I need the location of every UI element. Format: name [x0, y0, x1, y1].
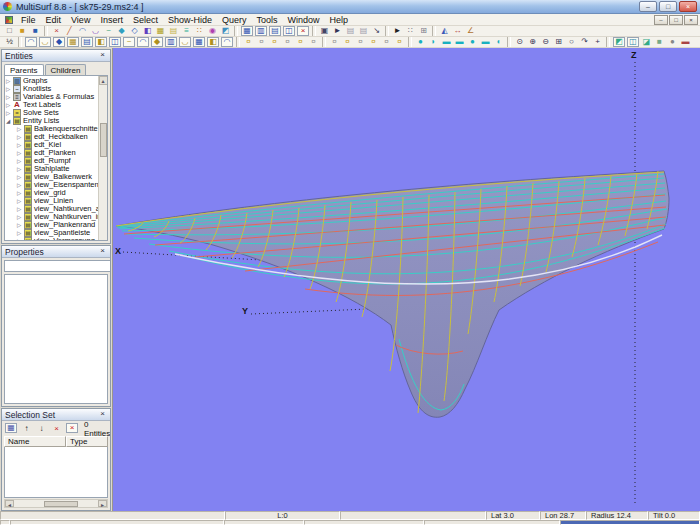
open-file-icon[interactable]: ■ — [16, 26, 29, 37]
menu-edit[interactable]: Edit — [41, 15, 67, 25]
menu-show-hide[interactable]: Show-Hide — [163, 15, 217, 25]
menu-file[interactable]: File — [16, 15, 41, 25]
tree-expander-icon[interactable]: ▷ — [17, 197, 24, 205]
tree-expander-icon[interactable]: ▷ — [17, 213, 24, 221]
insert-bcurve-icon[interactable]: ◡ — [89, 26, 102, 37]
menu-select[interactable]: Select — [128, 15, 163, 25]
insert-snake-icon[interactable]: ~ — [102, 26, 115, 37]
blend-tool-icon[interactable]: ◆ — [151, 37, 163, 47]
insert-solid-icon[interactable]: ◧ — [141, 26, 154, 37]
selection-grid-view-icon[interactable]: ▦ — [5, 423, 17, 433]
select-lasso-icon[interactable]: ↘ — [370, 26, 383, 37]
split-tool-icon[interactable]: ◧ — [207, 37, 219, 47]
tree-expander-icon[interactable]: ▷ — [6, 93, 13, 101]
fair-tool-icon[interactable]: ~ — [123, 37, 135, 47]
window-close-view-icon[interactable]: × — [297, 26, 309, 36]
tab-children[interactable]: Children — [45, 64, 87, 75]
show-points-icon[interactable]: ¤ — [242, 37, 255, 48]
hull-model-canvas[interactable] — [113, 48, 700, 511]
zoom-out-icon[interactable]: ⊖ — [539, 37, 552, 48]
window-3d-view-icon[interactable]: ◫ — [283, 26, 295, 36]
texture-mode-icon[interactable]: ■ — [653, 37, 666, 48]
selection-clear-icon[interactable]: × — [66, 423, 78, 433]
tree-expander-icon[interactable]: ▷ — [6, 101, 13, 109]
show-selected-icon[interactable]: ¤ — [294, 37, 307, 48]
display-flat-icon[interactable]: ▬ — [440, 37, 453, 48]
menu-insert[interactable]: Insert — [95, 15, 128, 25]
tree-expander-icon[interactable]: ▷ — [17, 229, 24, 237]
select-all-icon[interactable]: ▣ — [318, 26, 331, 37]
snap-mode-icon[interactable]: ⊞ — [417, 26, 430, 37]
show-surfaces-icon[interactable]: ¤ — [268, 37, 281, 48]
arc-tool-icon[interactable]: ◠ — [137, 37, 149, 47]
entities-tree-scrollbar[interactable]: ▴ — [98, 76, 107, 240]
select-pointer-icon[interactable]: ► — [331, 26, 344, 37]
zoom-fit-icon[interactable]: ○ — [565, 37, 578, 48]
save-icon[interactable]: ■ — [29, 26, 42, 37]
tree-expander-icon[interactable]: ▷ — [6, 85, 13, 93]
display-mesh-icon[interactable]: ▬ — [453, 37, 466, 48]
curve-tool-icon[interactable]: ◡ — [39, 37, 51, 47]
insert-surface-icon[interactable]: ◆ — [115, 26, 128, 37]
perspective-mode-icon[interactable]: ● — [666, 37, 679, 48]
grid-snap-icon[interactable]: ∷ — [404, 26, 417, 37]
menu-view[interactable]: View — [66, 15, 95, 25]
menu-help[interactable]: Help — [325, 15, 354, 25]
net-tool-icon[interactable]: ▦ — [193, 37, 205, 47]
scroll-left-icon[interactable]: ◂ — [5, 500, 14, 507]
select-by-type-icon[interactable]: ▤ — [357, 26, 370, 37]
insert-arc-icon[interactable]: ◠ — [76, 26, 89, 37]
insert-ruled-surface-icon[interactable]: ◇ — [128, 26, 141, 37]
scroll-thumb[interactable] — [44, 501, 78, 507]
mesh-tool-icon[interactable]: ▦ — [67, 37, 79, 47]
tree-expander-icon[interactable]: ▷ — [17, 165, 24, 173]
selection-list[interactable] — [4, 447, 108, 498]
selection-remove-icon[interactable]: × — [50, 423, 63, 434]
measure-icon[interactable]: ◭ — [438, 26, 451, 37]
distance-icon[interactable]: ↔ — [451, 26, 464, 37]
plate-tool-icon[interactable]: ▤ — [81, 37, 93, 47]
mdi-restore-button[interactable]: □ — [669, 15, 683, 25]
tree-expander-icon[interactable]: ▷ — [17, 205, 24, 213]
hide-all-icon[interactable]: ¤ — [393, 37, 406, 48]
document-icon[interactable] — [5, 16, 13, 24]
display-render-icon[interactable]: ◖ — [492, 37, 505, 48]
window-profile-view-icon[interactable]: ▥ — [255, 26, 267, 36]
tree-expander-icon[interactable]: ◢ — [6, 117, 13, 125]
new-file-icon[interactable]: □ — [3, 26, 16, 37]
window-body-view-icon[interactable]: ▤ — [269, 26, 281, 36]
tree-expander-icon[interactable]: ▷ — [17, 149, 24, 157]
scroll-right-icon[interactable]: ▸ — [98, 500, 107, 507]
shade-mode-icon[interactable]: ◩ — [613, 37, 625, 47]
join-tool-icon[interactable]: ◫ — [109, 37, 121, 47]
mdi-minimize-button[interactable]: – — [654, 15, 668, 25]
hide-selected-icon[interactable]: ¤ — [380, 37, 393, 48]
rotate-view-icon[interactable]: ↷ — [578, 37, 591, 48]
tree-expander-icon[interactable]: ▷ — [6, 77, 13, 85]
display-curvature-icon[interactable]: ● — [414, 37, 427, 48]
tree-expander-icon[interactable]: ▷ — [17, 189, 24, 197]
3d-viewport[interactable]: X Y Z — [113, 48, 700, 511]
background-mode-icon[interactable]: ▬ — [679, 37, 692, 48]
tab-parents[interactable]: Parents — [4, 64, 44, 75]
selection-move-up-icon[interactable]: ↑ — [20, 423, 33, 434]
tree-expander-icon[interactable]: ▷ — [17, 125, 24, 133]
insert-entity-icon[interactable]: ◩ — [219, 26, 232, 37]
tree-expander-icon[interactable]: ▷ — [17, 221, 24, 229]
select-by-list-icon[interactable]: ▤ — [344, 26, 357, 37]
column-header-name[interactable]: Name — [4, 436, 66, 447]
insert-knotlist-icon[interactable]: ∷ — [193, 26, 206, 37]
hide-labels-icon[interactable]: ¤ — [367, 37, 380, 48]
close-button[interactable]: × — [679, 1, 697, 12]
insert-contours-icon[interactable]: ≡ — [180, 26, 193, 37]
display-normals-icon[interactable]: ◗ — [427, 37, 440, 48]
tree-expander-icon[interactable]: ▷ — [17, 157, 24, 165]
scroll-up-icon[interactable]: ▴ — [99, 76, 108, 85]
magnify-select-icon[interactable]: ⊙ — [513, 37, 526, 48]
pan-view-icon[interactable]: + — [591, 37, 604, 48]
fraction-display-icon[interactable]: ½ — [3, 37, 16, 48]
properties-close-icon[interactable]: × — [98, 247, 107, 256]
show-curves-icon[interactable]: ¤ — [255, 37, 268, 48]
show-all-icon[interactable]: ¤ — [307, 37, 320, 48]
minimize-button[interactable]: – — [639, 1, 657, 12]
